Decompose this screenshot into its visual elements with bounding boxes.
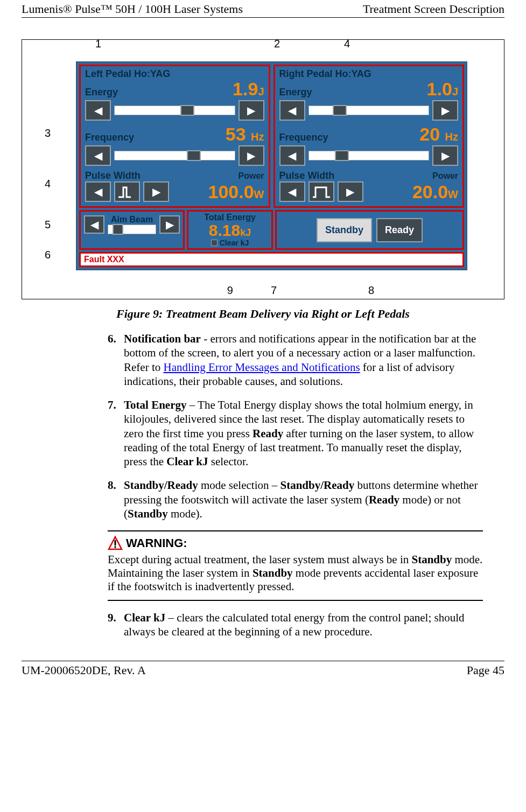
page-footer: UM-20006520DE, Rev. A Page 45: [22, 661, 504, 680]
aim-beam-slider[interactable]: [108, 225, 156, 234]
left-freq-value: 53 Hz: [226, 125, 264, 143]
callout-2: 2: [274, 38, 280, 50]
item-8-title: Standby/Ready: [124, 479, 198, 492]
item-9-number: 9.: [108, 611, 124, 639]
left-energy-slider[interactable]: [114, 106, 235, 115]
left-energy-decrease-button[interactable]: ◀: [85, 100, 111, 121]
right-energy-label: Energy: [279, 87, 312, 98]
warning-box: WARNING: Except during actual treatment,…: [108, 530, 483, 601]
left-pedal-panel: Left Pedal Ho:YAG Energy 1.9J ◀ ▶ Freque…: [79, 65, 270, 208]
callout-4-left: 4: [45, 178, 51, 190]
right-pw-decrease-button[interactable]: ◀: [279, 181, 305, 202]
left-power-value: 100.0W: [208, 183, 264, 201]
left-energy-label: Energy: [85, 87, 118, 98]
item-8-text-a: mode selection –: [198, 479, 280, 492]
item-9-text: – clears the calculated total energy fro…: [124, 611, 465, 638]
item-7-ready: Ready: [253, 427, 283, 440]
left-freq-decrease-button[interactable]: ◀: [85, 145, 111, 166]
right-energy-decrease-button[interactable]: ◀: [279, 100, 305, 121]
left-freq-increase-button[interactable]: ▶: [239, 145, 264, 166]
item-8: 8. Standby/Ready mode selection – Standb…: [108, 478, 483, 521]
footer-left: UM-20006520DE, Rev. A: [22, 663, 146, 677]
callout-1: 1: [95, 38, 101, 50]
right-pedal-title: Right Pedal Ho:YAG: [279, 68, 459, 80]
callout-9: 9: [227, 284, 233, 297]
left-pw-increase-button[interactable]: ▶: [143, 181, 169, 202]
aim-beam-increase-button[interactable]: ▶: [159, 215, 180, 234]
callout-7: 7: [271, 284, 277, 297]
aim-beam-decrease-button[interactable]: ◀: [84, 215, 104, 234]
right-freq-value: 20 Hz: [419, 125, 458, 143]
callout-3: 3: [45, 127, 51, 139]
callout-8: 8: [368, 284, 374, 297]
item-6-number: 6.: [108, 332, 124, 388]
footer-right: Page 45: [467, 663, 504, 677]
ready-button[interactable]: Ready: [376, 218, 423, 242]
figure-9-box: 1 2 4 3 4 5 6 Left Pedal Ho:YAG Energy 1…: [22, 39, 504, 299]
callout-4-top: 4: [344, 38, 350, 50]
right-freq-decrease-button[interactable]: ◀: [279, 145, 305, 166]
right-freq-slider[interactable]: [308, 151, 430, 160]
right-pedal-panel: Right Pedal Ho:YAG Energy 1.0J ◀ ▶ Frequ…: [273, 65, 465, 208]
warning-icon: [108, 536, 123, 551]
right-power-label: Power: [432, 171, 458, 181]
left-pw-short-icon: [114, 181, 140, 202]
header-left: Lumenis® Pulse™ 50H / 100H Laser Systems: [22, 2, 243, 16]
notification-bar: Fault XXX: [79, 252, 464, 267]
item-9-title: Clear kJ: [124, 611, 165, 624]
aim-beam-panel: ◀ Aim Beam ▶: [79, 210, 185, 250]
bottom-callouts: 9 7 8: [32, 284, 494, 299]
callout-5: 5: [45, 219, 51, 231]
item-7-text-c: selector.: [208, 455, 249, 468]
figure-caption: Figure 9: Treatment Beam Delivery via Ri…: [22, 307, 504, 321]
clear-kj-icon: [211, 240, 218, 246]
item-7-clearkj: Clear kJ: [166, 455, 208, 468]
item-6: 6. Notification bar - errors and notific…: [108, 332, 483, 388]
left-pw-label: Pulse Width: [85, 170, 141, 181]
total-energy-panel: Total Energy 8.18kJ Clear kJ: [187, 210, 273, 250]
left-energy-value: 1.9J: [233, 80, 264, 98]
item-7-number: 7.: [108, 398, 124, 468]
right-power-value: 20.0W: [412, 183, 458, 201]
left-pedal-title: Left Pedal Ho:YAG: [85, 68, 264, 80]
svg-point-2: [114, 546, 116, 548]
callout-6: 6: [45, 249, 51, 261]
item-6-title: Notification bar: [124, 332, 201, 345]
description-list: 6. Notification bar - errors and notific…: [108, 332, 483, 521]
aim-beam-label: Aim Beam: [111, 215, 153, 225]
item-7-title: Total Energy: [124, 398, 186, 411]
right-energy-slider[interactable]: [308, 106, 430, 115]
right-pw-increase-button[interactable]: ▶: [338, 181, 363, 202]
left-freq-slider[interactable]: [114, 151, 235, 160]
header-right: Treatment Screen Description: [363, 2, 504, 16]
treatment-screen: Left Pedal Ho:YAG Energy 1.9J ◀ ▶ Freque…: [76, 61, 467, 270]
item-8-number: 8.: [108, 478, 124, 521]
left-pw-decrease-button[interactable]: ◀: [85, 181, 111, 202]
item-8-standby: Standby: [128, 507, 168, 520]
error-messages-link[interactable]: Handling Error Messages and Notification…: [163, 361, 360, 374]
left-energy-increase-button[interactable]: ▶: [239, 100, 264, 121]
right-pw-long-icon: [308, 181, 334, 202]
left-freq-label: Frequency: [85, 132, 134, 143]
item-8-ready: Ready: [369, 493, 399, 506]
right-energy-value: 1.0J: [427, 80, 458, 98]
description-list-continued: 9. Clear kJ – clears the calculated tota…: [108, 611, 483, 639]
left-power-label: Power: [238, 171, 264, 181]
page-header: Lumenis® Pulse™ 50H / 100H Laser Systems…: [22, 0, 504, 18]
mode-panel: Standby Ready: [275, 210, 464, 250]
right-freq-increase-button[interactable]: ▶: [432, 145, 458, 166]
clear-kj-button[interactable]: Clear kJ: [194, 239, 266, 247]
right-energy-increase-button[interactable]: ▶: [432, 100, 458, 121]
warning-label: WARNING:: [126, 536, 187, 550]
item-7: 7. Total Energy – The Total Energy displ…: [108, 398, 483, 468]
total-energy-value: 8.18kJ: [194, 222, 266, 239]
right-pw-label: Pulse Width: [279, 170, 335, 181]
item-9: 9. Clear kJ – clears the calculated tota…: [108, 611, 483, 639]
standby-button[interactable]: Standby: [317, 218, 372, 242]
warning-text: Except during actual treatment, the lase…: [108, 553, 483, 593]
item-8-text-d: mode).: [168, 507, 202, 520]
right-freq-label: Frequency: [279, 132, 328, 143]
item-8-sr2: Standby/Ready: [280, 479, 355, 492]
